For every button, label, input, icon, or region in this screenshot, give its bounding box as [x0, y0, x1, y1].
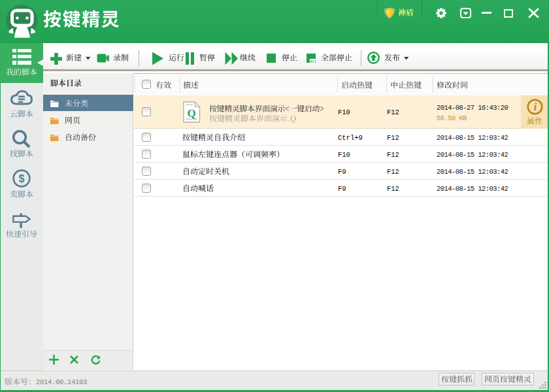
- svg-text:i: i: [534, 101, 537, 112]
- svg-text:$: $: [19, 173, 25, 184]
- svg-text:Q: Q: [187, 107, 195, 120]
